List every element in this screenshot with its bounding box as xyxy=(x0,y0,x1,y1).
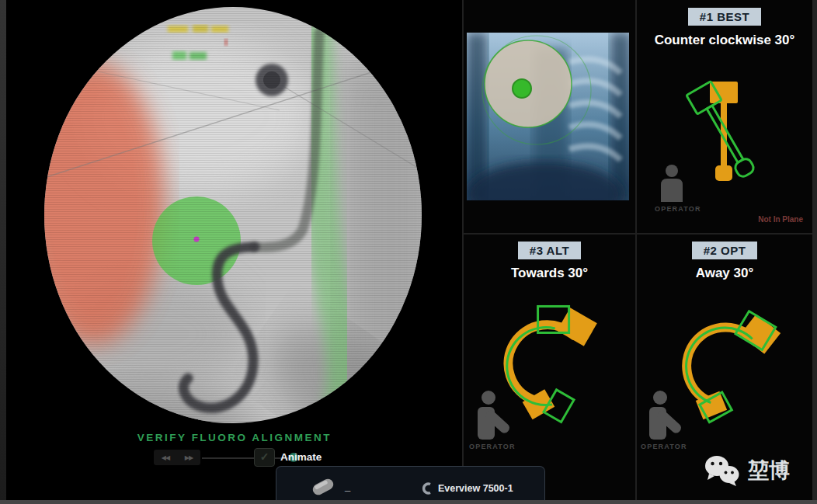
chest-xray-thumbnail xyxy=(467,33,629,200)
operator-icon xyxy=(468,390,516,440)
overlay-annotation-red xyxy=(224,39,228,46)
red-highlight-region xyxy=(22,62,165,345)
alt-instruction: Towards 30° xyxy=(464,266,635,281)
operator-label: OPERATOR xyxy=(641,443,687,450)
c-arm-current-orange xyxy=(710,82,738,181)
panel-alt: #3 ALT Towards 30° OPERATOR xyxy=(464,235,635,500)
opt-instruction: Away 30° xyxy=(637,266,812,281)
watermark-text: 堃博 xyxy=(748,457,790,485)
device-bar: _ Everview 7500-1 xyxy=(276,466,545,501)
playback-controls: ◀◀ ▶▶ xyxy=(154,450,200,465)
screen-left-edge xyxy=(0,0,6,504)
rewind-button[interactable]: ◀◀ xyxy=(162,454,169,461)
overlay-annotation-yellow xyxy=(168,25,228,33)
verify-fluoro-alignment-label: VERIFY FLUORO ALIGNMENT xyxy=(79,432,390,443)
panel-best: #1 BEST Counter clockwise 30° OPERATOR N… xyxy=(637,0,812,233)
badge-row: #1 BEST xyxy=(637,8,812,26)
target-marker xyxy=(513,79,531,98)
screen-right-edge xyxy=(812,0,817,504)
fluoro-image xyxy=(6,0,463,500)
watermark: 堃博 xyxy=(701,453,814,488)
wechat-icon xyxy=(701,454,742,487)
fluoro-live-view: VERIFY FLUORO ALIGNMENT ◀◀ ▶▶ ✓ Animate xyxy=(6,0,463,500)
best-instruction: Counter clockwise 30° xyxy=(637,33,812,48)
operator-icon xyxy=(639,390,687,440)
xray-overview-panel xyxy=(464,0,635,233)
best-badge: #1 BEST xyxy=(688,8,761,26)
fast-forward-button[interactable]: ▶▶ xyxy=(185,454,193,461)
not-in-plane-status: Not In Plane xyxy=(758,215,803,224)
tool-label[interactable]: _ xyxy=(345,481,350,492)
catheter-tool-icon[interactable] xyxy=(309,478,340,495)
operator-label: OPERATOR xyxy=(469,443,516,450)
operator-icon xyxy=(659,165,685,202)
operator-label: OPERATOR xyxy=(655,205,701,213)
badge-row: #2 OPT xyxy=(637,242,812,259)
screen-bottom-edge xyxy=(0,500,817,504)
animate-checkbox[interactable]: ✓ xyxy=(254,448,275,467)
c-arm-current-orange xyxy=(508,308,596,419)
target-center-dot xyxy=(194,237,200,242)
animate-label: Animate xyxy=(280,451,322,463)
opt-badge: #2 OPT xyxy=(692,242,758,259)
app-screen: VERIFY FLUORO ALIGNMENT ◀◀ ▶▶ ✓ Animate xyxy=(0,0,817,504)
alt-badge: #3 ALT xyxy=(518,242,581,259)
device-name-label[interactable]: Everview 7500-1 xyxy=(438,483,513,494)
c-arm-device-icon xyxy=(421,482,433,495)
overlay-annotation-green xyxy=(172,51,207,60)
badge-row: #3 ALT xyxy=(464,242,635,259)
